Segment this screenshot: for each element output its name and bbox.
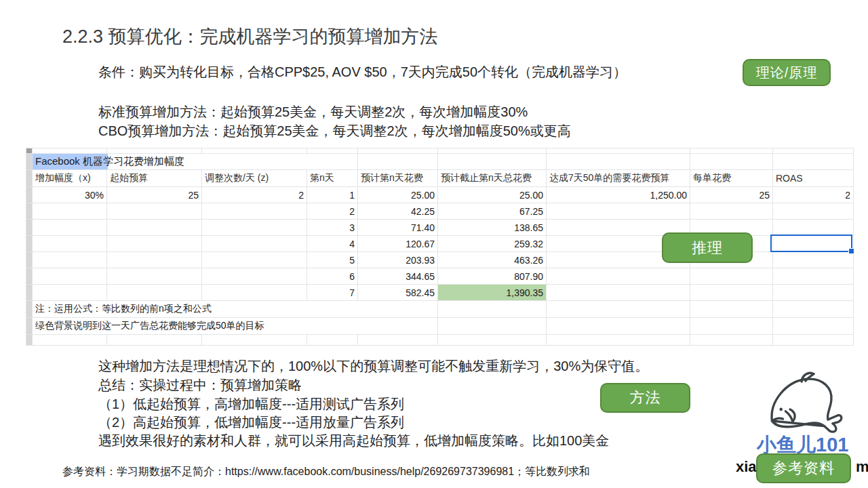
table-cell[interactable]: [107, 220, 202, 236]
table-cell[interactable]: 30%: [33, 187, 107, 203]
table-cell[interactable]: [33, 236, 107, 252]
table-cell[interactable]: [33, 252, 107, 268]
table-cell[interactable]: [690, 268, 773, 285]
table-cell[interactable]: [307, 148, 358, 154]
table-cell[interactable]: [690, 301, 773, 318]
table-cell[interactable]: [33, 148, 107, 154]
table-cell[interactable]: [107, 285, 202, 301]
table-cell[interactable]: [107, 268, 202, 285]
table-cell[interactable]: 71.40: [358, 220, 438, 236]
fill-handle[interactable]: [848, 248, 854, 254]
table-cell[interactable]: [438, 154, 547, 170]
column-header[interactable]: 每单花费: [690, 170, 773, 187]
column-header[interactable]: 预计第n天花费: [358, 170, 438, 187]
table-cell[interactable]: [773, 252, 854, 268]
table-cell[interactable]: 2: [202, 187, 307, 203]
column-header[interactable]: 起始预算: [107, 170, 202, 187]
table-cell[interactable]: [107, 148, 202, 154]
table-cell[interactable]: 2: [307, 203, 358, 220]
table-cell[interactable]: 120.67: [358, 236, 438, 252]
table-cell[interactable]: [773, 335, 854, 346]
table-note[interactable]: 注：运用公式：等比数列的前n项之和公式: [33, 301, 438, 318]
table-cell[interactable]: [773, 154, 854, 170]
table-cell[interactable]: [438, 148, 547, 154]
table-cell[interactable]: 2: [773, 187, 854, 203]
table-cell[interactable]: 6: [307, 268, 358, 285]
table-cell[interactable]: [202, 285, 307, 301]
column-header[interactable]: 达成7天50单的需要花费预算: [547, 170, 690, 187]
table-cell[interactable]: 25: [107, 187, 202, 203]
table-cell[interactable]: [33, 268, 107, 285]
table-cell[interactable]: [690, 318, 773, 335]
table-cell[interactable]: [547, 154, 690, 170]
column-header[interactable]: 调整次数/天 (z): [202, 170, 307, 187]
table-cell[interactable]: [547, 148, 690, 154]
table-cell[interactable]: [438, 335, 547, 346]
table-cell[interactable]: [773, 220, 854, 236]
table-cell[interactable]: [690, 285, 773, 301]
table-cell[interactable]: [773, 318, 854, 335]
table-cell[interactable]: [202, 335, 307, 346]
selected-cell-outline[interactable]: [770, 235, 852, 252]
table-cell[interactable]: [438, 318, 547, 335]
table-cell[interactable]: 5: [307, 252, 358, 268]
table-cell[interactable]: [547, 301, 690, 318]
table-cell[interactable]: [33, 203, 107, 220]
table-cell[interactable]: [773, 203, 854, 220]
table-cell[interactable]: [690, 203, 773, 220]
table-cell[interactable]: [547, 203, 690, 220]
table-cell[interactable]: 582.45: [358, 285, 438, 301]
column-header[interactable]: 增加幅度（x): [33, 170, 107, 187]
table-cell[interactable]: [33, 335, 107, 346]
table-cell[interactable]: 1: [307, 187, 358, 203]
table-cell[interactable]: 7: [307, 285, 358, 301]
table-cell[interactable]: [547, 268, 690, 285]
column-header[interactable]: 第n天: [307, 170, 358, 187]
table-cell[interactable]: 138.65: [438, 220, 547, 236]
table-cell[interactable]: [690, 154, 773, 170]
table-cell[interactable]: [107, 252, 202, 268]
table-cell[interactable]: [202, 236, 307, 252]
table-cell[interactable]: [690, 148, 773, 154]
table-cell[interactable]: [358, 148, 438, 154]
table-cell[interactable]: [358, 335, 438, 346]
table-cell[interactable]: [307, 335, 358, 346]
table-cell[interactable]: 4: [307, 236, 358, 252]
table-cell[interactable]: 259.32: [438, 236, 547, 252]
table-cell[interactable]: [547, 318, 690, 335]
table-cell[interactable]: [107, 236, 202, 252]
table-cell[interactable]: [202, 203, 307, 220]
table-cell[interactable]: [773, 148, 854, 154]
table-cell[interactable]: [690, 335, 773, 346]
table-cell[interactable]: [202, 220, 307, 236]
table-cell[interactable]: 25: [690, 187, 773, 203]
table-note[interactable]: 绿色背景说明到这一天广告总花费能够完成50单的目标: [33, 318, 438, 335]
table-cell[interactable]: 25.00: [358, 187, 438, 203]
table-cell[interactable]: 67.25: [438, 203, 547, 220]
table-cell[interactable]: [33, 285, 107, 301]
table-cell[interactable]: [202, 268, 307, 285]
column-header[interactable]: ROAS: [773, 170, 854, 187]
table-cell[interactable]: [438, 301, 547, 318]
table-cell[interactable]: [107, 203, 202, 220]
table-cell[interactable]: [547, 335, 690, 346]
table-cell[interactable]: [547, 285, 690, 301]
table-cell[interactable]: [773, 301, 854, 318]
table-cell[interactable]: 1,390.35: [438, 285, 547, 301]
table-cell[interactable]: 3: [307, 220, 358, 236]
table-cell[interactable]: [202, 148, 307, 154]
table-cell[interactable]: [358, 154, 438, 170]
column-header[interactable]: 预计截止第n天总花费: [438, 170, 547, 187]
table-cell[interactable]: [107, 335, 202, 346]
table-caption-cell[interactable]: Facebook 机器学习花费增加幅度: [33, 154, 358, 170]
table-cell[interactable]: 463.26: [438, 252, 547, 268]
table-cell[interactable]: [773, 285, 854, 301]
table-cell[interactable]: 807.90: [438, 268, 547, 285]
table-cell[interactable]: 1,250.00: [547, 187, 690, 203]
table-cell[interactable]: 42.25: [358, 203, 438, 220]
table-cell[interactable]: 344.65: [358, 268, 438, 285]
table-cell[interactable]: 25.00: [438, 187, 547, 203]
table-cell[interactable]: 203.93: [358, 252, 438, 268]
table-cell[interactable]: [33, 220, 107, 236]
table-cell[interactable]: [773, 268, 854, 285]
